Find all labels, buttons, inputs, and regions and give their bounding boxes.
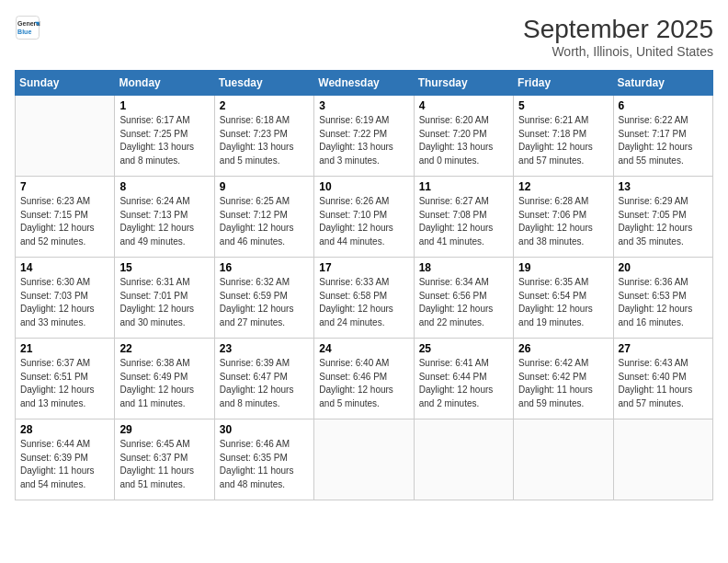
calendar-cell: 26Sunrise: 6:42 AM Sunset: 6:42 PM Dayli… — [514, 339, 613, 419]
day-number: 9 — [220, 180, 309, 193]
calendar-cell: 19Sunrise: 6:35 AM Sunset: 6:54 PM Dayli… — [514, 258, 613, 339]
day-number: 20 — [619, 261, 708, 274]
day-number: 17 — [319, 261, 408, 274]
day-number: 6 — [619, 99, 708, 112]
day-number: 29 — [119, 423, 209, 436]
day-number: 30 — [220, 423, 309, 436]
calendar-cell: 29Sunrise: 6:45 AM Sunset: 6:37 PM Dayli… — [115, 419, 214, 500]
calendar-week-1: 1Sunrise: 6:17 AM Sunset: 7:25 PM Daylig… — [16, 96, 713, 177]
day-info: Sunrise: 6:46 AM Sunset: 6:35 PM Dayligh… — [220, 438, 309, 491]
day-info: Sunrise: 6:37 AM Sunset: 6:51 PM Dayligh… — [20, 357, 109, 410]
calendar-cell: 11Sunrise: 6:27 AM Sunset: 7:08 PM Dayli… — [414, 177, 513, 258]
svg-rect-0 — [17, 17, 40, 40]
calendar-cell: 12Sunrise: 6:28 AM Sunset: 7:06 PM Dayli… — [514, 177, 613, 258]
day-number: 24 — [319, 342, 408, 355]
day-number: 18 — [419, 261, 508, 274]
calendar-cell: 13Sunrise: 6:29 AM Sunset: 7:05 PM Dayli… — [613, 177, 712, 258]
page-header: General Blue September 2025 Worth, Illin… — [15, 15, 713, 59]
logo-icon: General Blue — [15, 15, 40, 40]
day-number: 28 — [20, 423, 109, 436]
calendar-cell: 8Sunrise: 6:24 AM Sunset: 7:13 PM Daylig… — [115, 177, 214, 258]
day-number: 23 — [220, 342, 309, 355]
svg-text:Blue: Blue — [17, 29, 31, 35]
day-info: Sunrise: 6:41 AM Sunset: 6:44 PM Dayligh… — [419, 357, 508, 410]
day-info: Sunrise: 6:29 AM Sunset: 7:05 PM Dayligh… — [619, 195, 708, 248]
calendar-cell — [314, 419, 414, 500]
calendar-cell: 10Sunrise: 6:26 AM Sunset: 7:10 PM Dayli… — [314, 177, 414, 258]
title-block: September 2025 Worth, Illinois, United S… — [523, 15, 713, 59]
col-header-thursday: Thursday — [414, 71, 513, 96]
day-number: 14 — [20, 261, 109, 274]
day-info: Sunrise: 6:21 AM Sunset: 7:18 PM Dayligh… — [518, 114, 608, 167]
day-number: 21 — [20, 342, 109, 355]
day-info: Sunrise: 6:28 AM Sunset: 7:06 PM Dayligh… — [518, 195, 608, 248]
calendar-cell: 20Sunrise: 6:36 AM Sunset: 6:53 PM Dayli… — [613, 258, 712, 339]
col-header-tuesday: Tuesday — [214, 71, 313, 96]
month-year: September 2025 — [523, 15, 713, 44]
calendar-cell: 15Sunrise: 6:31 AM Sunset: 7:01 PM Dayli… — [115, 258, 214, 339]
day-info: Sunrise: 6:40 AM Sunset: 6:46 PM Dayligh… — [319, 357, 408, 410]
day-info: Sunrise: 6:39 AM Sunset: 6:47 PM Dayligh… — [220, 357, 309, 410]
calendar-cell: 25Sunrise: 6:41 AM Sunset: 6:44 PM Dayli… — [414, 339, 513, 419]
calendar-cell — [613, 419, 712, 500]
day-info: Sunrise: 6:31 AM Sunset: 7:01 PM Dayligh… — [119, 276, 209, 329]
logo: General Blue — [15, 15, 40, 40]
day-number: 1 — [119, 99, 209, 112]
day-info: Sunrise: 6:26 AM Sunset: 7:10 PM Dayligh… — [319, 195, 408, 248]
day-info: Sunrise: 6:38 AM Sunset: 6:49 PM Dayligh… — [119, 357, 209, 410]
calendar-cell: 17Sunrise: 6:33 AM Sunset: 6:58 PM Dayli… — [314, 258, 414, 339]
day-number: 27 — [619, 342, 708, 355]
day-number: 15 — [119, 261, 209, 274]
calendar-cell: 30Sunrise: 6:46 AM Sunset: 6:35 PM Dayli… — [214, 419, 313, 500]
location: Worth, Illinois, United States — [523, 44, 713, 59]
col-header-sunday: Sunday — [16, 71, 115, 96]
day-info: Sunrise: 6:20 AM Sunset: 7:20 PM Dayligh… — [419, 114, 508, 167]
day-number: 5 — [518, 99, 608, 112]
day-number: 10 — [319, 180, 408, 193]
day-info: Sunrise: 6:24 AM Sunset: 7:13 PM Dayligh… — [119, 195, 209, 248]
calendar-cell: 18Sunrise: 6:34 AM Sunset: 6:56 PM Dayli… — [414, 258, 513, 339]
calendar-cell: 7Sunrise: 6:23 AM Sunset: 7:15 PM Daylig… — [16, 177, 115, 258]
day-info: Sunrise: 6:22 AM Sunset: 7:17 PM Dayligh… — [619, 114, 708, 167]
calendar-cell: 21Sunrise: 6:37 AM Sunset: 6:51 PM Dayli… — [16, 339, 115, 419]
day-info: Sunrise: 6:23 AM Sunset: 7:15 PM Dayligh… — [20, 195, 109, 248]
calendar-cell: 4Sunrise: 6:20 AM Sunset: 7:20 PM Daylig… — [414, 96, 513, 177]
calendar-week-3: 14Sunrise: 6:30 AM Sunset: 7:03 PM Dayli… — [16, 258, 713, 339]
day-info: Sunrise: 6:18 AM Sunset: 7:23 PM Dayligh… — [220, 114, 309, 167]
calendar-cell: 3Sunrise: 6:19 AM Sunset: 7:22 PM Daylig… — [314, 96, 414, 177]
day-number: 25 — [419, 342, 508, 355]
calendar-cell: 22Sunrise: 6:38 AM Sunset: 6:49 PM Dayli… — [115, 339, 214, 419]
day-info: Sunrise: 6:32 AM Sunset: 6:59 PM Dayligh… — [220, 276, 309, 329]
calendar-cell: 28Sunrise: 6:44 AM Sunset: 6:39 PM Dayli… — [16, 419, 115, 500]
day-number: 13 — [619, 180, 708, 193]
calendar-table: SundayMondayTuesdayWednesdayThursdayFrid… — [15, 70, 713, 500]
day-info: Sunrise: 6:34 AM Sunset: 6:56 PM Dayligh… — [419, 276, 508, 329]
calendar-week-5: 28Sunrise: 6:44 AM Sunset: 6:39 PM Dayli… — [16, 419, 713, 500]
calendar-cell: 6Sunrise: 6:22 AM Sunset: 7:17 PM Daylig… — [613, 96, 712, 177]
calendar-cell — [414, 419, 513, 500]
day-number: 8 — [119, 180, 209, 193]
calendar-cell: 16Sunrise: 6:32 AM Sunset: 6:59 PM Dayli… — [214, 258, 313, 339]
day-info: Sunrise: 6:27 AM Sunset: 7:08 PM Dayligh… — [419, 195, 508, 248]
calendar-cell — [514, 419, 613, 500]
day-info: Sunrise: 6:45 AM Sunset: 6:37 PM Dayligh… — [119, 438, 209, 491]
calendar-week-2: 7Sunrise: 6:23 AM Sunset: 7:15 PM Daylig… — [16, 177, 713, 258]
calendar-week-4: 21Sunrise: 6:37 AM Sunset: 6:51 PM Dayli… — [16, 339, 713, 419]
day-number: 7 — [20, 180, 109, 193]
day-info: Sunrise: 6:44 AM Sunset: 6:39 PM Dayligh… — [20, 438, 109, 491]
col-header-wednesday: Wednesday — [314, 71, 414, 96]
day-number: 4 — [419, 99, 508, 112]
calendar-cell — [16, 96, 115, 177]
calendar-cell: 23Sunrise: 6:39 AM Sunset: 6:47 PM Dayli… — [214, 339, 313, 419]
day-number: 11 — [419, 180, 508, 193]
calendar-cell: 24Sunrise: 6:40 AM Sunset: 6:46 PM Dayli… — [314, 339, 414, 419]
calendar-cell: 14Sunrise: 6:30 AM Sunset: 7:03 PM Dayli… — [16, 258, 115, 339]
calendar-cell: 2Sunrise: 6:18 AM Sunset: 7:23 PM Daylig… — [214, 96, 313, 177]
day-info: Sunrise: 6:25 AM Sunset: 7:12 PM Dayligh… — [220, 195, 309, 248]
day-info: Sunrise: 6:36 AM Sunset: 6:53 PM Dayligh… — [619, 276, 708, 329]
col-header-saturday: Saturday — [613, 71, 712, 96]
day-info: Sunrise: 6:35 AM Sunset: 6:54 PM Dayligh… — [518, 276, 608, 329]
calendar-cell: 5Sunrise: 6:21 AM Sunset: 7:18 PM Daylig… — [514, 96, 613, 177]
day-number: 3 — [319, 99, 408, 112]
day-info: Sunrise: 6:30 AM Sunset: 7:03 PM Dayligh… — [20, 276, 109, 329]
